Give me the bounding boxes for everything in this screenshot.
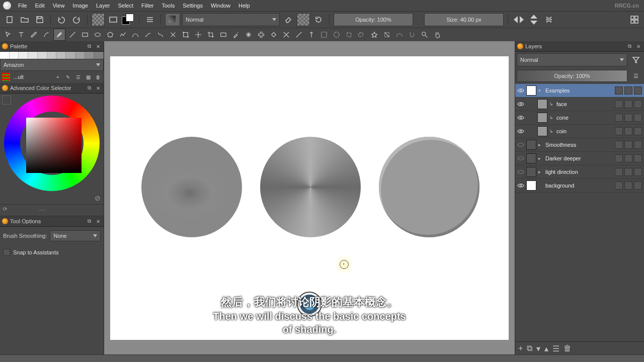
grad-tool-icon[interactable] — [218, 29, 229, 40]
brush-tool-icon[interactable] — [53, 29, 65, 41]
polygon-tool-icon[interactable] — [105, 29, 116, 40]
text-tool-icon[interactable] — [16, 29, 27, 40]
close-panel-icon[interactable]: ✕ — [635, 43, 642, 50]
brush-preset-icon[interactable] — [165, 13, 180, 26]
layer-opacity-slider[interactable]: Opacity: 100% — [517, 70, 627, 82]
crop-tool-icon[interactable] — [205, 29, 216, 40]
size-spinner[interactable]: Size: 40.00 px — [424, 13, 504, 26]
palette-swatches[interactable] — [0, 52, 104, 59]
menu-settings[interactable]: Settings — [179, 2, 207, 10]
eye-icon[interactable] — [517, 182, 524, 189]
add-swatch-icon[interactable]: + — [54, 73, 61, 80]
layer-cone[interactable]: ↳cone — [515, 111, 644, 125]
dynamic-tool-icon[interactable] — [155, 29, 166, 40]
list-icon[interactable] — [143, 13, 156, 26]
fg-bg-swap-icon[interactable] — [122, 14, 135, 26]
move-up-icon[interactable]: ▴ — [544, 344, 548, 353]
eye-off-icon[interactable] — [517, 141, 524, 148]
layer-props-icon[interactable]: ☰ — [552, 344, 559, 353]
layer-light-direction[interactable]: ▸light direction — [515, 165, 644, 179]
heal-tool-icon[interactable] — [256, 29, 267, 40]
menu-help[interactable]: Help — [234, 2, 254, 10]
menu-image[interactable]: Image — [68, 2, 92, 10]
list-view-icon[interactable]: ☰ — [74, 73, 82, 80]
duplicate-layer-icon[interactable]: ⧉ — [527, 344, 532, 353]
collapse-icon[interactable]: ▾ — [538, 88, 543, 93]
move-layer-tool-icon[interactable] — [193, 29, 204, 40]
layer-darker-deeper[interactable]: ▸Darker deeper — [515, 152, 644, 165]
line-tool-icon[interactable] — [67, 29, 78, 40]
pan-tool-icon[interactable] — [432, 29, 443, 40]
edit-shape-tool-icon[interactable] — [28, 29, 39, 40]
alpha-icon[interactable] — [624, 86, 632, 95]
zoom-tool-icon[interactable] — [419, 29, 430, 40]
snap-assistants-checkbox[interactable]: Snap to Assistants — [3, 247, 101, 258]
menu-tools[interactable]: Tools — [158, 2, 179, 10]
save-icon[interactable] — [33, 13, 46, 26]
wrap-icon[interactable] — [542, 13, 555, 26]
props-icon[interactable] — [634, 86, 642, 95]
close-panel-icon[interactable]: ✕ — [95, 43, 102, 50]
delete-layer-icon[interactable]: 🗑 — [564, 344, 572, 353]
workspace-icon[interactable] — [628, 13, 641, 26]
reference-tool-icon[interactable] — [306, 29, 317, 40]
layer-examples[interactable]: ▾ Examples — [515, 84, 644, 98]
menu-select[interactable]: Select — [114, 2, 137, 10]
transform-tool-icon[interactable] — [180, 29, 191, 40]
menu-window[interactable]: Window — [207, 2, 234, 10]
filter-icon[interactable] — [629, 53, 642, 66]
palette-preset-select[interactable]: Amazon — [0, 59, 104, 71]
grid-icon[interactable] — [2, 73, 10, 81]
select-contig-icon[interactable] — [369, 29, 380, 40]
eraser-icon[interactable] — [282, 13, 295, 26]
close-panel-icon[interactable]: ✕ — [95, 84, 102, 92]
select-similar-icon[interactable] — [381, 29, 392, 40]
hue-wheel[interactable] — [4, 96, 100, 191]
eye-off-icon[interactable] — [517, 168, 524, 175]
open-icon[interactable] — [18, 13, 31, 26]
delete-swatch-icon[interactable]: 🗑 — [95, 73, 102, 80]
select-ellipse-icon[interactable] — [331, 29, 342, 40]
undo-icon[interactable] — [55, 13, 68, 26]
picker-tool-icon[interactable] — [230, 29, 242, 40]
menu-view[interactable]: View — [49, 2, 69, 10]
select-rect-icon[interactable] — [318, 29, 330, 40]
polyline-tool-icon[interactable] — [117, 29, 128, 40]
menu-filter[interactable]: Filter — [137, 2, 157, 10]
canvas-viewport[interactable]: 然后，我们将讨论阴影的基本概念。 Then we will discuss th… — [104, 41, 515, 355]
sparkle-tool-icon[interactable] — [243, 29, 254, 40]
new-doc-icon[interactable] — [3, 13, 16, 26]
ellipse-tool-icon[interactable] — [92, 29, 103, 40]
move-down-icon[interactable]: ▾ — [536, 344, 540, 353]
mirror-h-icon[interactable] — [512, 13, 525, 26]
smoothing-select[interactable]: None — [50, 230, 101, 241]
multibrush-tool-icon[interactable] — [168, 29, 179, 40]
float-panel-icon[interactable]: ⧉ — [626, 43, 633, 50]
pattern-icon[interactable] — [92, 13, 105, 26]
reload-icon[interactable] — [312, 13, 325, 26]
layer-background[interactable]: background — [515, 179, 644, 193]
select-bezier-icon[interactable] — [394, 29, 405, 40]
fill-tool-icon[interactable] — [268, 29, 279, 40]
close-panel-icon[interactable]: ✕ — [95, 218, 102, 225]
grid-view-icon[interactable]: ▦ — [85, 73, 92, 80]
rect-tool-icon[interactable] — [79, 29, 91, 40]
freehand-tool-icon[interactable] — [142, 29, 153, 40]
calligraphy-tool-icon[interactable] — [41, 29, 52, 40]
layer-smoothness[interactable]: ▸Smoothness — [515, 138, 644, 152]
eye-icon[interactable] — [517, 114, 524, 121]
menu-icon[interactable]: ☰ — [629, 69, 642, 82]
layer-blend-select[interactable]: Normal — [517, 53, 627, 66]
canvas[interactable]: 然后，我们将讨论阴影的基本概念。 Then we will discuss th… — [110, 56, 509, 340]
measure-tool-icon[interactable] — [293, 29, 304, 40]
eye-icon[interactable] — [517, 101, 524, 108]
lock-icon[interactable] — [615, 86, 623, 95]
float-panel-icon[interactable]: ⧉ — [86, 218, 93, 225]
gradient-icon[interactable] — [107, 13, 120, 26]
assist-tool-icon[interactable] — [281, 29, 292, 40]
opacity-spinner[interactable]: Opacity: 100% — [334, 13, 413, 26]
menu-file[interactable]: File — [14, 2, 31, 10]
select-magnetic-icon[interactable] — [407, 29, 418, 40]
layer-face[interactable]: ↳face — [515, 98, 644, 111]
add-layer-icon[interactable]: + — [518, 344, 523, 353]
